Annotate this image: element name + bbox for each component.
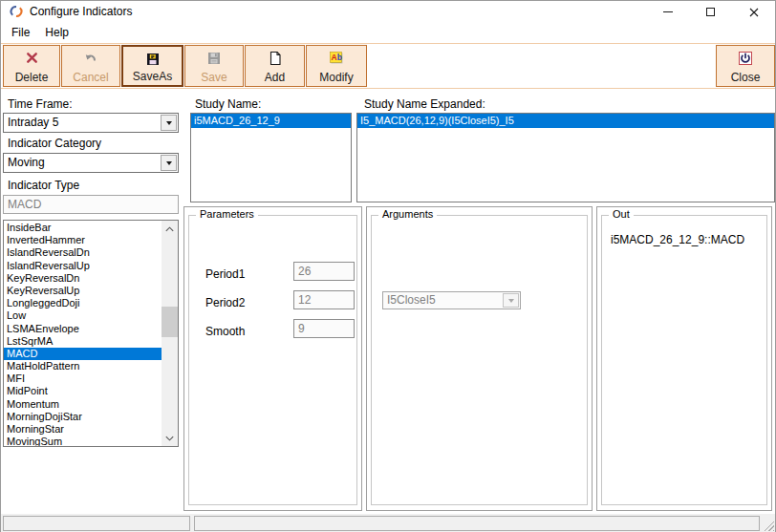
list-item[interactable]: IslandReversalDn (4, 246, 162, 259)
period2-label: Period2 (205, 296, 245, 309)
status-panel-left (3, 516, 190, 531)
out-value: i5MACD_26_12_9::MACD (611, 233, 744, 246)
scroll-down-arrow-icon[interactable] (162, 430, 178, 446)
status-panel-right (194, 516, 760, 531)
vertical-scrollbar[interactable] (162, 221, 178, 446)
arguments-value: I5CloseI5 (387, 292, 436, 309)
list-item[interactable]: Momentum (4, 398, 162, 411)
minimize-icon (663, 11, 673, 12)
configure-indicators-window: Configure Indicators File Help Delete Ca… (0, 0, 776, 532)
indicator-category-value: Moving (8, 154, 45, 172)
title-bar: Configure Indicators (1, 1, 775, 23)
arguments-combo: I5CloseI5 (382, 291, 521, 309)
toolbar: Delete Cancel SaveAs (1, 43, 775, 89)
app-logo-icon (10, 5, 23, 18)
period2-field (293, 290, 355, 309)
list-item[interactable]: LSMAEnvelope (4, 323, 162, 335)
period1-label: Period1 (205, 267, 245, 281)
arguments-dropdown-button (503, 293, 519, 308)
list-item[interactable]: LstSqrMA (4, 335, 162, 348)
smooth-label: Smooth (205, 325, 245, 338)
indicator-listbox[interactable]: InsideBar InvertedHammer IslandReversalD… (3, 220, 179, 447)
minimize-button[interactable] (646, 1, 689, 23)
window-title: Configure Indicators (30, 1, 132, 22)
save-as-icon (145, 51, 161, 67)
out-panel: Out i5MACD_26_12_9::MACD (596, 206, 772, 511)
indicator-type-label: Indicator Type (8, 179, 79, 192)
menu-file[interactable]: File (4, 23, 37, 43)
study-name-expanded-list[interactable]: I5_MACD(26,12,9)(I5CloseI5)_I5 (356, 113, 775, 202)
list-item-selected[interactable]: MACD (4, 348, 162, 360)
delete-label: Delete (15, 72, 49, 83)
add-button[interactable]: Add (245, 45, 305, 87)
undo-arrow-icon (83, 50, 98, 66)
ab-letters-icon: Ab (328, 50, 345, 66)
save-floppy-icon (206, 50, 222, 66)
menu-bar: File Help (1, 23, 775, 43)
list-item[interactable]: InsideBar (4, 222, 162, 234)
close-label: Close (731, 72, 761, 83)
save-label: Save (201, 72, 226, 83)
list-item[interactable]: MatHoldPattern (4, 360, 162, 372)
add-label: Add (265, 72, 285, 83)
time-frame-value: Intraday 5 (8, 114, 58, 132)
out-title: Out (609, 208, 634, 220)
indicator-category-dropdown-button[interactable] (161, 155, 177, 171)
save-button[interactable]: Save (184, 45, 244, 87)
list-item[interactable]: KeyReversalUp (4, 285, 162, 297)
modify-label: Modify (319, 72, 353, 83)
chevron-down-icon (166, 161, 172, 165)
list-item[interactable]: MorningStar (4, 423, 162, 436)
study-name-expanded-label: Study Name Expanded: (364, 97, 485, 111)
menu-help[interactable]: Help (37, 23, 76, 43)
scroll-up-arrow-icon[interactable] (162, 221, 178, 237)
delete-button[interactable]: Delete (3, 45, 60, 87)
power-icon (738, 50, 753, 66)
time-frame-combo[interactable]: Intraday 5 (3, 113, 179, 133)
list-item[interactable]: LongleggedDoji (4, 297, 162, 309)
delete-x-icon (25, 50, 39, 66)
window-close-button[interactable] (732, 1, 775, 23)
chevron-down-icon (166, 121, 172, 125)
indicator-type-field: MACD (3, 195, 179, 214)
svg-text:Ab: Ab (332, 53, 342, 62)
list-item[interactable]: MFI (4, 372, 162, 385)
save-as-button[interactable]: SaveAs (121, 45, 183, 87)
new-document-icon (268, 50, 283, 66)
parameters-groupbox: Parameters (188, 215, 357, 505)
list-item[interactable]: IslandReversalUp (4, 260, 162, 272)
cancel-button[interactable]: Cancel (61, 45, 120, 87)
study-name-expanded-selected-row[interactable]: I5_MACD(26,12,9)(I5CloseI5)_I5 (357, 114, 774, 128)
chevron-down-icon (508, 299, 514, 303)
cancel-label: Cancel (73, 72, 108, 83)
study-name-label: Study Name: (195, 97, 261, 111)
maximize-button[interactable] (689, 1, 732, 23)
smooth-field (293, 319, 355, 338)
list-item[interactable]: KeyReversalDn (4, 272, 162, 285)
study-name-list[interactable]: i5MACD_26_12_9 (190, 113, 352, 202)
close-button[interactable]: Close (716, 45, 775, 87)
maximize-icon (706, 8, 715, 16)
arguments-groupbox: Arguments (371, 215, 588, 505)
time-frame-label: Time Frame: (8, 97, 73, 111)
list-item[interactable]: MidPoint (4, 385, 162, 397)
time-frame-dropdown-button[interactable] (161, 115, 177, 131)
scrollbar-thumb[interactable] (162, 307, 178, 337)
list-item[interactable]: Low (4, 309, 162, 322)
study-name-selected-row[interactable]: i5MACD_26_12_9 (191, 114, 351, 128)
parameters-title: Parameters (196, 208, 258, 220)
arguments-panel: Arguments I5CloseI5 (366, 206, 593, 511)
list-item[interactable]: MovingSum (4, 436, 162, 447)
list-item[interactable]: InvertedHammer (4, 234, 162, 246)
indicator-category-combo[interactable]: Moving (3, 153, 179, 173)
out-groupbox: Out (601, 215, 767, 505)
indicator-category-label: Indicator Category (8, 137, 101, 150)
parameters-panel: Parameters Period1 Period2 Smooth (183, 206, 362, 511)
status-bar (1, 514, 775, 532)
indicator-list-items: InsideBar InvertedHammer IslandReversalD… (4, 222, 162, 447)
modify-button[interactable]: Ab Modify (306, 45, 367, 87)
resize-grip[interactable] (762, 519, 774, 531)
save-as-label: SaveAs (133, 71, 172, 82)
list-item[interactable]: MorningDojiStar (4, 411, 162, 423)
period1-field (293, 262, 355, 281)
